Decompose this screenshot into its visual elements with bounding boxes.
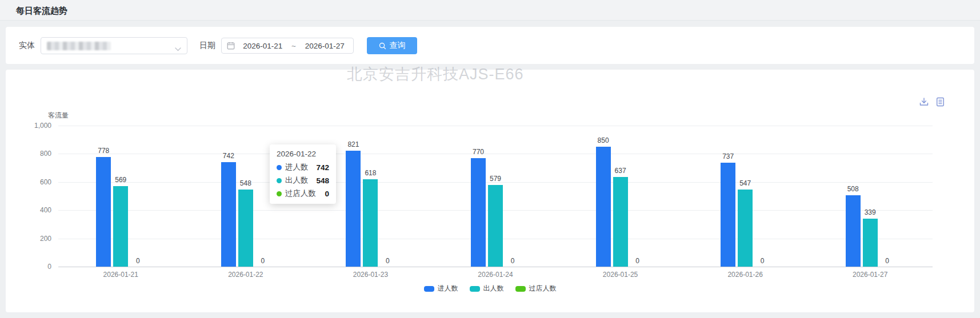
y-axis-tick-label: 600 [11,178,51,186]
bar-进人数[interactable] [846,195,861,267]
legend-item-过店人数[interactable]: 过店人数 [515,284,557,293]
tooltip-series-label: 过店人数 [285,188,316,199]
page: 每日客流趋势 实体 日期 2026-01-21 ~ 2026-01-27 [0,0,980,318]
bar-value-label: 778 [86,147,121,155]
query-button-label: 查询 [390,41,406,51]
gridline [58,126,933,126]
y-axis-tick-label: 200 [11,235,51,243]
bar-进人数[interactable] [221,162,236,267]
bar-value-label: 618 [353,169,387,177]
legend-label: 过店人数 [529,284,557,293]
tooltip-series-value: 548 [316,176,329,185]
bar-value-label: 0 [745,257,779,265]
chart-panel: 客流量 进人数出人数过店人数 2026-01-22 进人数742出人数548过店… [6,70,974,312]
legend-swatch [424,286,434,292]
bar-value-label: 0 [870,257,905,265]
page-header: 每日客流趋势 [0,0,980,21]
entity-label: 实体 [19,41,35,51]
bar-进人数[interactable] [721,163,735,267]
y-axis-tick-label: 400 [11,206,51,214]
series-dot-icon [277,191,282,196]
x-axis-category-label: 2026-01-22 [211,271,280,279]
bar-出人数[interactable] [238,190,253,267]
bar-出人数[interactable] [613,177,628,267]
y-axis-tick-label: 800 [11,150,51,158]
bar-value-label: 850 [586,136,621,144]
x-axis-category-label: 2026-01-24 [461,271,530,279]
date-start-value[interactable]: 2026-01-21 [239,42,286,50]
date-label: 日期 [199,41,215,51]
query-button[interactable]: 查询 [367,37,417,54]
bar-value-label: 0 [121,257,155,265]
bar-value-label: 742 [211,152,246,160]
x-axis-category-label: 2026-01-23 [336,271,405,279]
bar-value-label: 547 [728,179,762,187]
bar-value-label: 821 [336,140,370,148]
bar-value-label: 737 [711,152,745,160]
date-end-value[interactable]: 2026-01-27 [302,42,348,50]
legend-swatch [470,286,480,292]
page-title: 每日客流趋势 [16,6,67,17]
bar-进人数[interactable] [346,151,361,267]
tooltip-series-label: 出人数 [285,175,309,186]
tooltip-row-出人数: 出人数548 [277,175,329,186]
bar-出人数[interactable] [738,190,753,267]
bar-出人数[interactable] [488,185,503,267]
legend-swatch [515,286,526,292]
bar-value-label: 548 [229,179,263,187]
x-axis-category-label: 2026-01-27 [836,271,905,279]
tooltip-series-value: 0 [325,190,329,198]
filter-row: 实体 日期 2026-01-21 ~ 2026-01-27 [19,37,417,54]
search-icon [379,42,386,50]
chevron-down-icon [175,43,181,54]
calendar-icon [227,42,235,50]
tooltip-row-进人数: 进人数742 [277,162,329,172]
x-axis-category-label: 2026-01-21 [86,271,155,279]
tooltip-series-value: 742 [316,163,329,172]
date-range-separator: ~ [286,42,301,50]
x-axis-category-label: 2026-01-26 [711,271,779,279]
legend-item-进人数[interactable]: 进人数 [424,284,458,293]
bar-value-label: 339 [853,208,887,216]
bar-出人数[interactable] [113,186,128,267]
bar-出人数[interactable] [363,179,378,267]
y-axis-tick-label: 0 [11,263,51,271]
series-dot-icon [277,165,282,170]
bar-value-label: 637 [603,167,638,175]
date-range-picker[interactable]: 2026-01-21 ~ 2026-01-27 [221,38,354,54]
bar-value-label: 0 [246,257,280,265]
chart-legend: 进人数出人数过店人数 [6,284,974,293]
bar-value-label: 508 [836,185,870,193]
x-axis-line [58,267,933,267]
y-axis-name: 客流量 [48,111,69,120]
bar-value-label: 579 [478,175,513,183]
bar-进人数[interactable] [96,157,111,267]
entity-value-redacted [47,42,111,50]
bar-进人数[interactable] [596,147,611,267]
legend-label: 出人数 [483,284,504,293]
y-axis-tick-label: 1,000 [11,122,51,130]
download-icon[interactable] [919,97,929,107]
gridline [58,154,933,154]
x-axis-category-label: 2026-01-25 [586,271,655,279]
bar-value-label: 0 [621,257,655,265]
legend-item-出人数[interactable]: 出人数 [470,284,504,293]
chart-toolbox [919,97,945,107]
bar-value-label: 569 [103,176,138,184]
bar-value-label: 770 [461,148,495,156]
entity-select[interactable] [41,37,187,54]
legend-label: 进人数 [438,284,458,293]
filter-panel: 实体 日期 2026-01-21 ~ 2026-01-27 [6,27,974,64]
bar-value-label: 0 [370,257,405,265]
tooltip-series-label: 进人数 [285,162,309,172]
tooltip-row-过店人数: 过店人数0 [277,188,329,199]
bar-value-label: 0 [495,257,530,265]
data-view-icon[interactable] [936,97,945,107]
